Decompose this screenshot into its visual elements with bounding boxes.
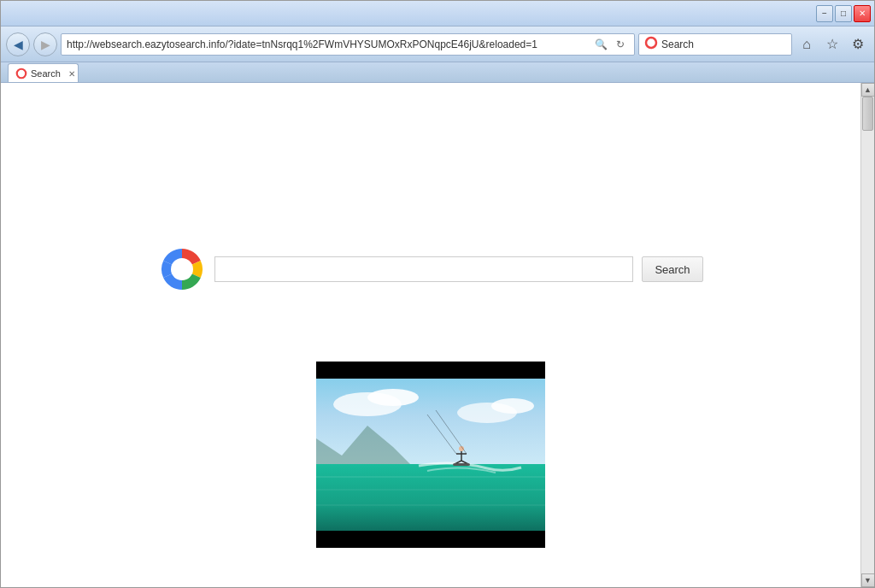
search-magnifier-icon[interactable]: 🔍 <box>592 36 609 53</box>
svg-point-1 <box>17 68 26 78</box>
maximize-button[interactable]: □ <box>835 5 852 22</box>
tab-search-box[interactable]: Search <box>638 33 792 56</box>
tab-search-label: Search <box>661 38 786 50</box>
search-button[interactable]: Search <box>642 256 702 282</box>
tab-favicon <box>15 68 27 79</box>
settings-gear-button[interactable]: ⚙ <box>847 33 869 56</box>
refresh-button[interactable]: ↻ <box>612 36 629 53</box>
svg-point-7 <box>491 398 534 414</box>
tab-close-button[interactable]: ✕ <box>68 68 75 78</box>
favorites-star-button[interactable]: ☆ <box>821 33 843 56</box>
title-bar: − □ ✕ <box>1 1 874 26</box>
svg-point-2 <box>171 258 193 280</box>
close-button[interactable]: ✕ <box>854 5 871 22</box>
svg-rect-17 <box>453 463 470 466</box>
page-content: Search <box>1 83 860 587</box>
scroll-down-button[interactable]: ▼ <box>861 573 875 587</box>
svg-rect-8 <box>316 464 545 531</box>
media-block <box>316 362 545 548</box>
svg-point-0 <box>646 38 656 48</box>
address-text: http://websearch.eazytosearch.info/?idat… <box>67 38 592 50</box>
search-input[interactable] <box>214 256 633 282</box>
search-tab-icon <box>644 36 658 50</box>
minimize-button[interactable]: − <box>816 5 833 22</box>
home-button[interactable]: ⌂ <box>796 33 818 56</box>
back-button[interactable]: ◀ <box>6 32 30 56</box>
logo-svg <box>158 245 206 293</box>
kitesurfer-image <box>316 379 545 531</box>
window-controls: − □ ✕ <box>816 5 871 22</box>
browser-window: − □ ✕ ◀ ▶ http://websearch.eazytosearch.… <box>0 0 875 588</box>
address-icons: 🔍 ↻ <box>592 36 629 53</box>
svg-point-5 <box>367 389 419 406</box>
forward-button[interactable]: ▶ <box>33 32 57 56</box>
address-bar[interactable]: http://websearch.eazytosearch.info/?idat… <box>61 33 635 56</box>
scroll-thumb[interactable] <box>862 97 873 131</box>
content-area: Search <box>1 83 874 587</box>
nav-bar: ◀ ▶ http://websearch.eazytosearch.info/?… <box>1 26 874 62</box>
tab-bar: Search ✕ <box>1 62 874 83</box>
scrollbar: ▲ ▼ <box>860 83 874 587</box>
search-widget: Search <box>158 245 702 293</box>
media-inner <box>316 379 545 531</box>
active-tab[interactable]: Search ✕ <box>8 63 79 82</box>
tab-label: Search <box>31 68 61 79</box>
scroll-track[interactable] <box>861 97 875 573</box>
logo-ring <box>158 245 206 293</box>
scroll-up-button[interactable]: ▲ <box>861 83 875 97</box>
